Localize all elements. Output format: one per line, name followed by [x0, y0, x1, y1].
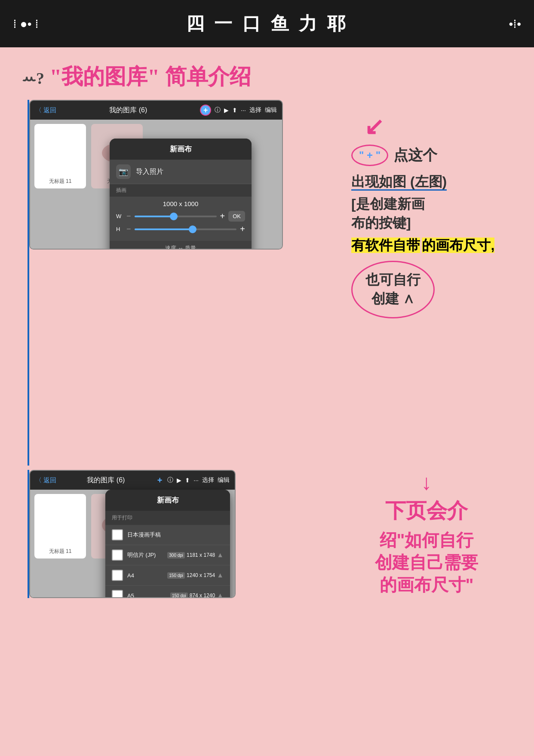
slider-h-row: H − +: [116, 224, 245, 234]
bottom-annotation-line2: 绍"如何自行: [334, 529, 519, 551]
modal-header: 新画布: [110, 139, 252, 160]
top-section: 〈 返回 我的图库 (6) + ⓘ ▶ ⬆ ··· 选择 编辑 无标题 11 无…: [9, 100, 525, 466]
slider-w-label: W: [116, 213, 123, 219]
preset-size-b-postcard: 1181 x 1748: [187, 552, 215, 558]
top-bar-right-decor: •⁞•: [509, 17, 521, 31]
slider-w-plus[interactable]: +: [220, 211, 225, 221]
top-screenshot: 〈 返回 我的图库 (6) + ⓘ ▶ ⬆ ··· 选择 编辑 无标题 11 无…: [29, 100, 283, 250]
slider-w-row: W − + OK: [116, 211, 245, 222]
canvas-section-label: 插画: [110, 184, 252, 197]
nav-play-bottom[interactable]: ▶: [177, 477, 181, 484]
main-content: ꕀ? "我的图库" 简单介绍 〈 返回 我的图库 (6) + ⓘ ▶ ⬆ ···…: [0, 47, 534, 756]
preset-check-b-a4[interactable]: [112, 570, 123, 581]
preset-dpi-b-a4: 150 dpi: [167, 572, 185, 579]
nav-share[interactable]: ⬆: [232, 107, 237, 114]
nav-play[interactable]: ▶: [224, 107, 229, 114]
preset-dpi-b-a5: 150 dpi: [170, 592, 188, 599]
nav-info-bottom[interactable]: ⓘ: [167, 476, 173, 484]
bubble-text: 点这个: [393, 145, 437, 165]
preset-check-b-postcard[interactable]: [112, 549, 123, 561]
annotation-text-6: 也可自行: [365, 271, 420, 290]
plus-bubble: " + ": [351, 145, 388, 166]
annotation-text-2: [是创建新画: [351, 195, 519, 214]
gallery-item-b1[interactable]: 无标题 11: [34, 494, 86, 559]
bottom-annotation-line4: 的画布尺寸": [334, 574, 519, 596]
preset-check-b-manga[interactable]: [112, 529, 123, 540]
preset-b-manga[interactable]: 日本漫画手稿: [105, 525, 230, 545]
preset-size-b-a5: 874 x 1240: [190, 592, 215, 598]
bottom-annotation-line3: 创建自己需要: [334, 551, 519, 574]
size-display: 1000 x 1000: [110, 197, 252, 209]
top-bar-left-decor: ⁞ ●• ⁞: [13, 17, 39, 31]
annotation-text-4: 有软件自带: [351, 238, 420, 253]
nav-share-bottom[interactable]: ⬆: [185, 477, 190, 484]
modal-header-bottom: 新画布: [105, 490, 230, 511]
nav-title-bottom: 我的图库 (6): [60, 476, 152, 485]
bottom-screenshot: 〈 返回 我的图库 (6) + ⓘ ▶ ⬆ ··· 选择 编辑 无标题 11 无…: [29, 470, 236, 598]
nav-select[interactable]: 选择: [249, 106, 261, 114]
down-arrow-icon: ↓: [421, 470, 432, 494]
slider-h-track[interactable]: [135, 228, 237, 230]
preset-arr-b-a5: ▲: [217, 592, 224, 598]
preset-dpi-b-postcard: 300 dpi: [167, 552, 185, 559]
gallery-bottom: 无标题 11 无标题 7 新画布 用于打印 日本漫画手稿: [30, 490, 235, 597]
preset-name-b-a5: A5: [127, 592, 170, 599]
preset-arr-b-a4: ▲: [217, 571, 224, 579]
slider-h-plus[interactable]: +: [240, 224, 245, 234]
preset-size-b-a4: 1240 x 1754: [187, 572, 215, 578]
nav-select-bottom[interactable]: 选择: [202, 476, 214, 484]
pink-arrow-area: ↙: [351, 113, 519, 140]
annotation-text-5: 的画布尺寸,: [422, 238, 494, 253]
nav-bar-top: 〈 返回 我的图库 (6) + ⓘ ▶ ⬆ ··· 选择 编辑: [30, 101, 282, 120]
gallery-top: 无标题 11 无标题 7 新画布 📷 导入照片 插画: [30, 120, 282, 249]
slider-area: W − + OK H −: [110, 209, 252, 241]
nav-back-bottom[interactable]: 〈 返回: [35, 476, 56, 484]
nav-more[interactable]: ···: [241, 107, 246, 114]
gallery-label-1: 无标题 11: [49, 178, 72, 185]
camera-icon: 📷: [116, 164, 131, 179]
preset-b-postcard[interactable]: 明信片 (JP) 300 dpi 1181 x 1748 ▲: [105, 545, 230, 565]
nav-plus-bottom[interactable]: +: [157, 475, 163, 485]
ok-button[interactable]: OK: [228, 211, 245, 222]
right-annotations-bottom: ↓ 下页会介 绍"如何自行 创建自己需要 的画布尺寸": [334, 470, 519, 596]
preset-b-a4[interactable]: A4 150 dpi 1240 x 1754 ▲: [105, 565, 230, 586]
top-bar-title: 四 一 口 鱼 力 耶: [186, 12, 348, 36]
oval-annotation: 也可自行 创建 ∧: [351, 261, 435, 318]
slider-w-minus[interactable]: −: [126, 212, 131, 221]
page-title: ꕀ? "我的图库" 简单介绍: [21, 62, 525, 91]
annotation-lines45: 有软件自带 的画布尺寸,: [351, 236, 519, 255]
nav-edit[interactable]: 编辑: [265, 106, 277, 114]
nav-bar-bottom: 〈 返回 我的图库 (6) + ⓘ ▶ ⬆ ··· 选择 编辑: [30, 471, 235, 490]
annotation-lines23: [是创建新画 布的按键]: [351, 195, 519, 233]
gallery-item-1[interactable]: 无标题 11: [34, 124, 86, 188]
speed-quality: 速度 ↔ 质量: [110, 241, 252, 250]
annotation-text-7: 创建 ∧: [365, 290, 420, 309]
preset-b-a5[interactable]: A5 150 dpi 874 x 1240 ▲: [105, 586, 230, 598]
nav-back[interactable]: 〈 返回: [35, 106, 56, 114]
gallery-label-b1: 无标题 11: [49, 548, 72, 555]
preset-arr-b-postcard: ▲: [217, 551, 224, 559]
import-label: 导入照片: [136, 167, 163, 176]
top-bar: ⁞ ●• ⁞ 四 一 口 鱼 力 耶 •⁞•: [0, 0, 534, 47]
plus-bubble-row: " + " 点这个: [351, 145, 519, 166]
right-annotations-top: ↙ " + " 点这个 出现如图 (左图) [是创建新画 布的按键] 有软件自带: [351, 113, 519, 318]
preset-check-b-a5[interactable]: [112, 590, 123, 598]
nav-info[interactable]: ⓘ: [215, 106, 221, 114]
nav-more-bottom[interactable]: ···: [193, 477, 199, 484]
nav-title: 我的图库 (6): [60, 106, 196, 115]
annotation-line1: 出现如图 (左图): [351, 173, 519, 191]
preset-name-b-postcard: 明信片 (JP): [127, 551, 167, 559]
preset-name-b-a4: A4: [127, 572, 167, 579]
bottom-area: 〈 返回 我的图库 (6) + ⓘ ▶ ⬆ ··· 选择 编辑 无标题 11 无…: [9, 470, 525, 598]
import-row[interactable]: 📷 导入照片: [110, 160, 252, 184]
slider-h-label: H: [116, 226, 123, 232]
nav-edit-bottom[interactable]: 编辑: [218, 476, 230, 484]
print-header-bottom: 用于打印: [105, 511, 230, 525]
nav-plus-btn[interactable]: +: [200, 105, 211, 116]
slider-h-minus[interactable]: −: [126, 225, 131, 234]
modal-top: 新画布 📷 导入照片 插画 1000 x 1000 W −: [110, 139, 252, 250]
modal-bottom: 新画布 用于打印 日本漫画手稿 明信片 (JP) 300 dpi 1181 x …: [105, 490, 230, 598]
preset-name-b-manga: 日本漫画手稿: [127, 531, 224, 539]
annotation-text-3: 布的按键]: [351, 214, 519, 233]
slider-w-track[interactable]: [135, 216, 217, 217]
